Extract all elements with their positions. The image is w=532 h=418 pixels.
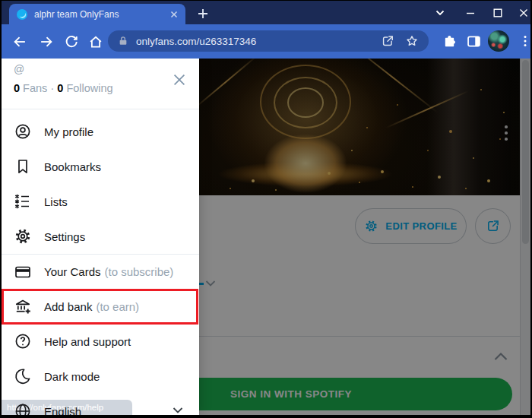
bookmark-icon (14, 157, 32, 176)
address-bar[interactable]: onlyfans.com/u263317346 (108, 30, 429, 52)
browser-menu-kebab-icon[interactable] (515, 31, 530, 51)
reload-icon[interactable] (63, 33, 80, 50)
menu-item-bookmarks[interactable]: Bookmarks (2, 149, 199, 184)
lists-icon (14, 192, 32, 211)
browser-window: alphr team OnlyFans (2, 1, 530, 415)
menu-item-add-bank[interactable]: Add bank (to earn) (2, 289, 199, 324)
drawer-header: @ 0 Fans · 0 Following (2, 59, 199, 109)
lock-icon (117, 35, 129, 47)
browser-toolbar: onlyfans.com/u263317346 (2, 24, 530, 59)
back-icon[interactable] (11, 33, 28, 50)
menu-item-settings[interactable]: Settings (2, 219, 199, 254)
profile-icon (14, 122, 32, 141)
globe-icon (14, 402, 32, 415)
menu-list: My profile Bookmarks Lists (2, 109, 199, 415)
tab-search-chevron-icon[interactable] (427, 1, 453, 24)
close-icon[interactable] (170, 71, 188, 89)
bookmark-star-icon[interactable] (404, 33, 420, 49)
browser-tab[interactable]: alphr team OnlyFans (9, 4, 185, 24)
side-panel-icon[interactable] (464, 31, 483, 51)
home-icon[interactable] (87, 33, 104, 50)
settings-gear-icon (14, 227, 32, 245)
fans-following-stats: 0 Fans · 0 Following (14, 82, 187, 94)
menu-item-dark-mode[interactable]: Dark mode (2, 359, 199, 394)
onlyfans-favicon (16, 8, 28, 21)
tab-title: alphr team OnlyFans (34, 9, 169, 20)
titlebar: alphr team OnlyFans (2, 1, 530, 24)
url-text: onlyfans.com/u263317346 (136, 36, 371, 47)
tab-close-icon[interactable] (169, 9, 179, 20)
moon-icon (14, 367, 32, 385)
language-chevron-down-icon[interactable] (172, 406, 184, 415)
new-tab-icon[interactable] (195, 6, 211, 21)
extensions-puzzle-icon[interactable] (439, 31, 459, 51)
bank-add-icon (14, 297, 32, 315)
window-close-icon[interactable] (511, 1, 530, 24)
menu-item-lists[interactable]: Lists (2, 184, 199, 219)
help-icon (14, 332, 32, 350)
menu-item-my-profile[interactable]: My profile (2, 114, 199, 149)
user-handle: @ (14, 63, 187, 75)
maximize-icon[interactable] (485, 1, 511, 24)
menu-item-your-cards[interactable]: Your Cards (to subscribe) (2, 254, 199, 289)
onlyfans-menu-drawer: https://onlyfans.com/help @ 0 Fans · 0 F… (2, 59, 199, 415)
minimize-icon[interactable] (458, 1, 483, 24)
page-viewport: EDIT PROFILE SIGN IN WITH SPOTIFY ht (2, 59, 530, 415)
fans-count: 0 (14, 82, 20, 94)
avatar[interactable] (488, 30, 509, 52)
share-icon[interactable] (380, 33, 395, 49)
menu-item-language[interactable]: English (2, 394, 199, 415)
following-count: 0 (57, 82, 63, 94)
menu-item-help-and-support[interactable]: Help and support (2, 324, 199, 359)
forward-icon[interactable] (38, 33, 55, 50)
card-icon (14, 263, 32, 281)
